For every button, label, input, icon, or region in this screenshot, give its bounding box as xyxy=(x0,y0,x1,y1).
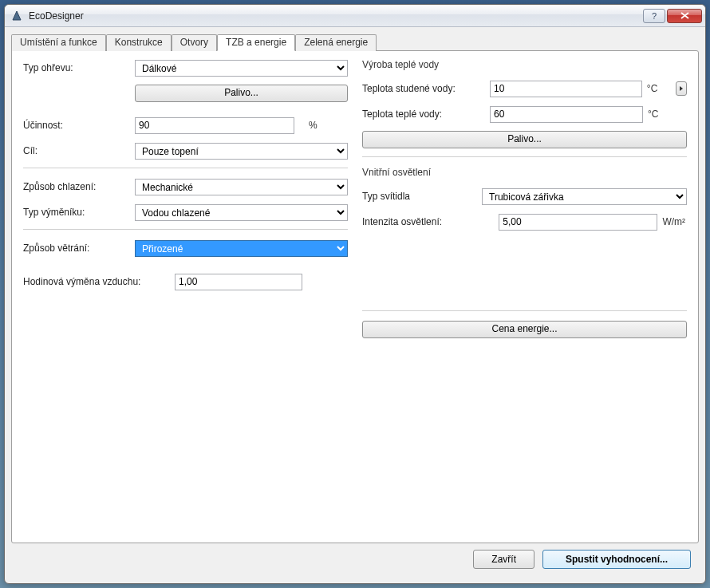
exchanger-type-row: Typ výměníku: Vodou chlazené xyxy=(23,203,348,221)
left-column: Typ ohřevu: Dálkové Palivo... Účinn xyxy=(23,59,348,533)
heating-type-select[interactable]: Dálkové xyxy=(135,60,348,77)
hot-temp-input[interactable] xyxy=(490,106,643,123)
titlebar: EcoDesigner ? xyxy=(5,5,705,27)
cooling-mode-select[interactable]: Mechanické xyxy=(135,179,348,195)
ventilation-mode-label: Způsob větrání: xyxy=(23,243,135,254)
lamp-type-select[interactable]: Trubicová zářivka xyxy=(482,188,687,205)
fuel-button-left[interactable]: Palivo... xyxy=(135,85,348,102)
exchanger-type-select[interactable]: Vodou chlazené xyxy=(135,204,348,221)
right-column: Výroba teplé vody Teplota studené vody: … xyxy=(362,59,687,533)
app-icon xyxy=(11,10,24,22)
lighting-intensity-unit: W/m² xyxy=(662,216,687,227)
close-dialog-button[interactable]: Zavřít xyxy=(473,550,534,569)
target-select[interactable]: Pouze topení xyxy=(135,143,348,160)
cooling-mode-row: Způsob chlazení: Mechanické xyxy=(23,178,348,195)
run-evaluation-button[interactable]: Spustit vyhodnocení... xyxy=(542,550,691,569)
efficiency-input[interactable] xyxy=(135,117,294,134)
close-button[interactable] xyxy=(667,9,702,23)
tab-panel: Typ ohřevu: Dálkové Palivo... Účinn xyxy=(11,50,699,543)
tab-green-energy[interactable]: Zelená energie xyxy=(295,34,377,51)
cooling-mode-label: Způsob chlazení: xyxy=(23,181,135,192)
fuel-button-row: Palivo... xyxy=(23,85,348,102)
fuel-button-right[interactable]: Palivo... xyxy=(362,131,687,148)
lighting-intensity-input[interactable] xyxy=(499,214,657,231)
target-row: Cíl: Pouze topení xyxy=(23,142,348,160)
energy-price-row: Cena energie... xyxy=(362,321,687,338)
help-button[interactable]: ? xyxy=(643,9,665,23)
lighting-intensity-label: Intenzita osvětlení: xyxy=(362,216,482,227)
lamp-type-row: Typ svítidla Trubicová zářivka xyxy=(362,187,687,205)
fuel-button-right-row: Palivo... xyxy=(362,131,687,148)
separator xyxy=(362,310,687,311)
separator xyxy=(23,229,348,230)
lighting-intensity-row: Intenzita osvětlení: W/m² xyxy=(362,213,687,231)
window-controls: ? xyxy=(641,9,702,23)
hot-temp-label: Teplota teplé vody: xyxy=(362,109,490,120)
ventilation-mode-row: Způsob větrání: Přirozené xyxy=(23,239,348,257)
lighting-section-title: Vnitřní osvětlení xyxy=(362,167,687,178)
tab-construction[interactable]: Konstrukce xyxy=(106,34,172,51)
tab-openings[interactable]: Otvory xyxy=(172,34,217,51)
cold-temp-label: Teplota studené vody: xyxy=(362,83,490,94)
window-title: EcoDesigner xyxy=(29,10,641,22)
air-changes-input[interactable] xyxy=(175,274,302,290)
separator xyxy=(23,168,348,168)
hotwater-section-title: Výroba teplé vody xyxy=(362,59,687,70)
air-changes-label: Hodinová výměna vzduchu: xyxy=(23,276,175,287)
footer: Zavřít Spustit vyhodnocení... xyxy=(11,543,699,577)
separator xyxy=(362,156,687,157)
window: EcoDesigner ? Umístění a funkce Konstruk… xyxy=(4,4,706,584)
cold-temp-row: Teplota studené vody: °C xyxy=(362,80,687,97)
efficiency-label: Účinnost: xyxy=(23,120,135,131)
efficiency-row: Účinnost: % xyxy=(23,116,348,134)
tab-strip: Umístění a funkce Konstrukce Otvory TZB … xyxy=(11,34,699,50)
target-label: Cíl: xyxy=(23,145,135,156)
flyout-button[interactable] xyxy=(676,81,687,96)
energy-price-button[interactable]: Cena energie... xyxy=(362,321,687,338)
heating-type-row: Typ ohřevu: Dálkové xyxy=(23,59,348,77)
hot-temp-unit: °C xyxy=(648,109,669,120)
heating-type-label: Typ ohřevu: xyxy=(23,62,135,73)
tab-tzb-energy[interactable]: TZB a energie xyxy=(217,34,295,51)
hot-temp-row: Teplota teplé vody: °C xyxy=(362,105,687,123)
tab-location[interactable]: Umístění a funkce xyxy=(11,34,106,51)
exchanger-type-label: Typ výměníku: xyxy=(23,207,135,218)
lamp-type-label: Typ svítidla xyxy=(362,191,482,202)
ventilation-mode-select[interactable]: Přirozené xyxy=(135,240,348,257)
cold-temp-unit: °C xyxy=(647,83,668,94)
content-area: Umístění a funkce Konstrukce Otvory TZB … xyxy=(5,27,705,583)
air-changes-row: Hodinová výměna vzduchu: xyxy=(23,273,348,290)
cold-temp-input[interactable] xyxy=(490,81,642,97)
efficiency-unit: % xyxy=(309,120,336,131)
